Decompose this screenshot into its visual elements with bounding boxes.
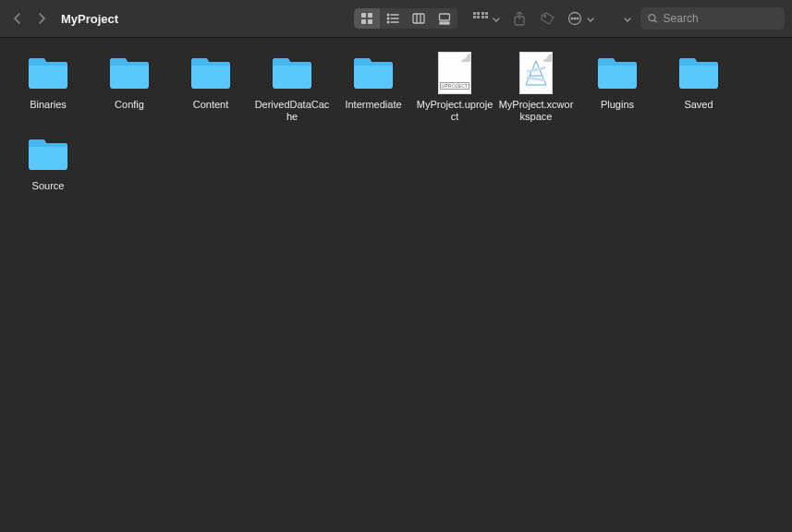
folder-icon bbox=[22, 132, 74, 176]
file-label: DerivedDataCache bbox=[253, 99, 331, 123]
svg-rect-18 bbox=[477, 12, 480, 15]
file-label: Source bbox=[32, 180, 65, 192]
file-item[interactable]: DerivedDataCache bbox=[251, 51, 333, 123]
svg-rect-22 bbox=[485, 12, 488, 15]
svg-rect-20 bbox=[477, 16, 480, 18]
file-label: MyProject.uproject bbox=[416, 99, 493, 123]
back-button[interactable] bbox=[7, 8, 28, 29]
search-field[interactable] bbox=[640, 7, 785, 30]
window-title: MyProject bbox=[61, 12, 118, 26]
svg-point-31 bbox=[649, 15, 655, 21]
svg-rect-21 bbox=[481, 12, 484, 15]
svg-rect-24 bbox=[485, 16, 488, 18]
file-item[interactable]: Binaries bbox=[7, 51, 89, 123]
view-switcher bbox=[354, 8, 457, 29]
svg-rect-3 bbox=[368, 19, 372, 24]
tags-button[interactable] bbox=[535, 8, 559, 29]
chevron-down-icon[interactable] bbox=[624, 10, 631, 27]
forward-button[interactable] bbox=[31, 8, 52, 29]
group-icon bbox=[469, 8, 493, 29]
file-item[interactable]: Config bbox=[89, 51, 170, 123]
chevron-down-icon bbox=[587, 10, 594, 27]
file-item[interactable]: UPROJECTMyProject.uproject bbox=[414, 51, 495, 123]
svg-point-29 bbox=[574, 18, 576, 19]
folder-icon bbox=[673, 51, 725, 95]
uproject-icon: UPROJECT bbox=[429, 51, 481, 95]
svg-rect-1 bbox=[368, 13, 372, 18]
folder-icon bbox=[22, 51, 74, 95]
file-label: Binaries bbox=[30, 99, 67, 111]
svg-rect-19 bbox=[473, 16, 476, 18]
ellipsis-circle-icon bbox=[563, 8, 587, 29]
folder-icon bbox=[347, 51, 399, 95]
file-item[interactable]: MyProject.xcworkspace bbox=[495, 51, 577, 123]
file-item[interactable]: Saved bbox=[658, 51, 739, 123]
icon-view-button[interactable] bbox=[354, 8, 380, 29]
search-input[interactable] bbox=[664, 12, 777, 25]
file-label: Intermediate bbox=[345, 99, 401, 111]
folder-icon bbox=[104, 51, 155, 95]
svg-rect-15 bbox=[444, 22, 446, 24]
folder-icon bbox=[266, 51, 318, 95]
file-grid: Binaries Config Content DerivedDataCache… bbox=[0, 38, 792, 211]
svg-point-4 bbox=[387, 14, 389, 16]
folder-icon bbox=[185, 51, 237, 95]
share-button[interactable] bbox=[507, 8, 531, 29]
svg-point-26 bbox=[543, 16, 545, 18]
svg-line-32 bbox=[654, 20, 657, 23]
svg-rect-17 bbox=[473, 12, 476, 15]
list-view-button[interactable] bbox=[380, 8, 406, 29]
svg-rect-13 bbox=[440, 14, 450, 20]
svg-rect-0 bbox=[361, 13, 366, 18]
search-icon bbox=[648, 13, 658, 24]
gallery-view-button[interactable] bbox=[432, 8, 457, 29]
column-view-button[interactable] bbox=[406, 8, 432, 29]
svg-rect-14 bbox=[440, 22, 443, 24]
file-label: MyProject.xcworkspace bbox=[497, 99, 575, 123]
svg-point-8 bbox=[387, 21, 389, 23]
action-menu[interactable] bbox=[561, 8, 594, 29]
svg-point-6 bbox=[387, 18, 389, 19]
svg-rect-23 bbox=[481, 16, 484, 18]
folder-icon bbox=[591, 51, 643, 95]
nav-arrows bbox=[7, 8, 52, 29]
file-item[interactable]: Content bbox=[170, 51, 251, 123]
file-item[interactable]: Plugins bbox=[577, 51, 658, 123]
svg-point-28 bbox=[571, 18, 573, 19]
xcworkspace-icon bbox=[510, 51, 562, 95]
file-label: Plugins bbox=[601, 99, 634, 111]
svg-rect-16 bbox=[447, 22, 450, 24]
svg-rect-10 bbox=[413, 14, 424, 23]
file-label: Config bbox=[115, 99, 144, 111]
group-by[interactable] bbox=[467, 8, 500, 29]
file-item[interactable]: Source bbox=[7, 132, 89, 192]
svg-rect-2 bbox=[361, 19, 366, 24]
file-label: Content bbox=[193, 99, 229, 111]
file-label: Saved bbox=[684, 99, 713, 111]
svg-rect-34 bbox=[527, 66, 545, 73]
chevron-down-icon bbox=[493, 10, 500, 27]
toolbar: MyProject bbox=[0, 0, 792, 38]
svg-point-30 bbox=[577, 18, 579, 19]
file-item[interactable]: Intermediate bbox=[333, 51, 414, 123]
